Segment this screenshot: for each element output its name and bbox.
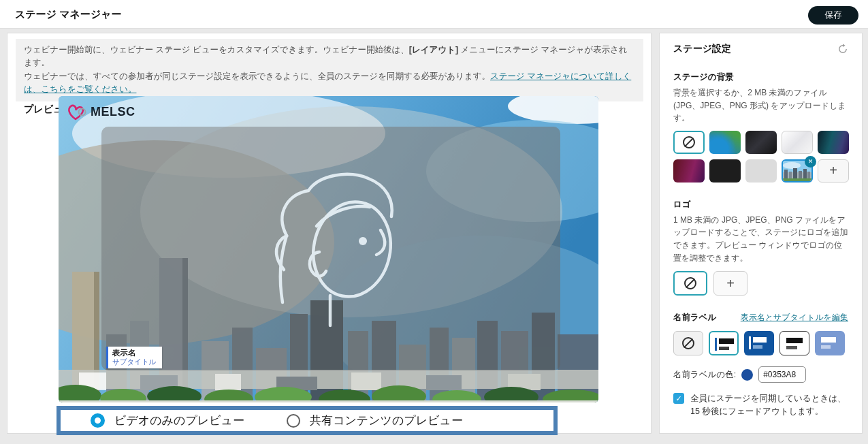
background-section-title: ステージの背景 [673,72,848,83]
background-option-city-selected[interactable]: ✕ [782,159,813,183]
name-label-section-title: 名前ラベル [673,312,716,323]
logo-upload-button[interactable]: + [713,271,748,296]
name-label-style-white-plain[interactable] [779,331,809,355]
background-option-none[interactable] [673,131,705,154]
remove-background-icon[interactable]: ✕ [805,156,816,168]
background-section-description: 背景を選択するか、2 MB 未満のファイル (JPG、JPEG、PNG 形式) … [673,86,848,125]
stage-logo-text: MELSC [91,105,135,119]
preview-panel: ウェビナー開始前に、ウェビナー ステージ ビューをカスタマイズできます。ウェビナ… [7,33,652,434]
none-icon [683,136,695,148]
name-label-style-translucent-blue[interactable] [815,331,845,355]
none-icon [684,277,696,289]
background-option-dark-multicolor[interactable] [818,131,849,154]
page-title: ステージ マネージャー [15,8,122,21]
notice-banner: ウェビナー開始前に、ウェビナー ステージ ビューをカスタマイズできます。ウェビナ… [16,39,643,101]
accent-bar [715,338,717,351]
background-option-black[interactable] [709,159,741,183]
name-label-color-label: 名前ラベルの色: [673,369,736,381]
background-option-blue-green[interactable] [709,131,741,154]
name-label-color-input[interactable] [758,366,806,383]
accent-bar [749,336,751,349]
radio-selected-icon [91,413,105,428]
sync-fadeout-label: 全員にステージを同期しているときは、15 秒後にフェードアウトします。 [690,392,848,418]
background-option-dark-wave[interactable] [745,131,777,154]
display-name-text: 表示名 [112,348,156,358]
plus-icon: + [829,163,837,178]
stage-settings-panel: ステージ設定 ステージの背景 背景を選択するか、2 MB 未満のファイル (JP… [659,33,863,434]
heart-logo-icon [67,103,87,121]
stage-preview: MELSC 表示名 サブタイトル [59,96,598,402]
name-label-style-accent-bar-selected[interactable] [709,331,739,355]
notice-line2-text: ウェビナーでは、すべての参加者が同じステージ設定を表示できるように、全員のステー… [24,72,490,81]
save-button[interactable]: 保存 [808,6,858,25]
logo-options: + [673,271,848,296]
subtitle-bar [719,347,729,350]
background-option-red-purple[interactable] [673,159,705,183]
background-options: ✕ + [673,131,848,183]
notice-layout-menu-ref: [レイアウト] [409,45,458,54]
name-label-style-solid-blue[interactable] [744,331,774,355]
sync-fadeout-checkbox-row[interactable]: ✓ 全員にステージを同期しているときは、15 秒後にフェードアウトします。 [673,392,848,418]
edit-display-name-link[interactable]: 表示名とサブタイトルを編集 [741,312,848,323]
refresh-icon[interactable] [837,44,848,54]
background-option-light-gray[interactable] [745,159,777,183]
name-label-style-none[interactable] [673,331,703,355]
name-bar [753,337,767,343]
logo-section-title: ロゴ [673,199,848,210]
radio-video-only-preview[interactable]: ビデオのみのプレビュー [91,413,244,428]
name-bar [821,337,836,343]
background-upload-button[interactable]: + [818,159,849,183]
face-placeholder-icon [259,168,430,331]
radio-video-only-label: ビデオのみのプレビュー [114,413,244,428]
radio-shared-content-label: 共有コンテンツのプレビュー [310,413,463,428]
preview-name-label[interactable]: 表示名 サブタイトル [106,347,162,368]
none-icon [682,337,694,349]
checkbox-checked-icon[interactable]: ✓ [673,393,684,404]
subtitle-bar [753,345,762,349]
background-option-light-wave[interactable] [782,131,813,154]
name-label-color-swatch[interactable] [741,369,753,381]
radio-shared-content-preview[interactable]: 共有コンテンツのプレビュー [287,413,463,428]
logo-option-none[interactable] [673,271,707,296]
radio-unselected-icon [287,414,300,428]
name-bar [719,338,734,344]
subtitle-bar [786,346,797,349]
stage-logo: MELSC [67,103,135,121]
subtitle-text: サブタイトル [112,358,156,366]
subtitle-bar [821,345,831,349]
notice-line1-text: ウェビナー開始前に、ウェビナー ステージ ビューをカスタマイズできます。ウェビナ… [24,45,409,54]
preview-mode-bar: ビデオのみのプレビュー 共有コンテンツのプレビュー [57,406,558,435]
name-label-style-options [673,331,848,355]
logo-section-description: 1 MB 未満の JPG、JPEG、PNG ファイルをアップロードすることで、ス… [673,214,848,264]
top-bar: ステージ マネージャー 保存 [0,0,868,29]
name-bar [786,338,803,343]
plus-icon: + [726,276,735,291]
settings-panel-title: ステージ設定 [673,43,731,55]
